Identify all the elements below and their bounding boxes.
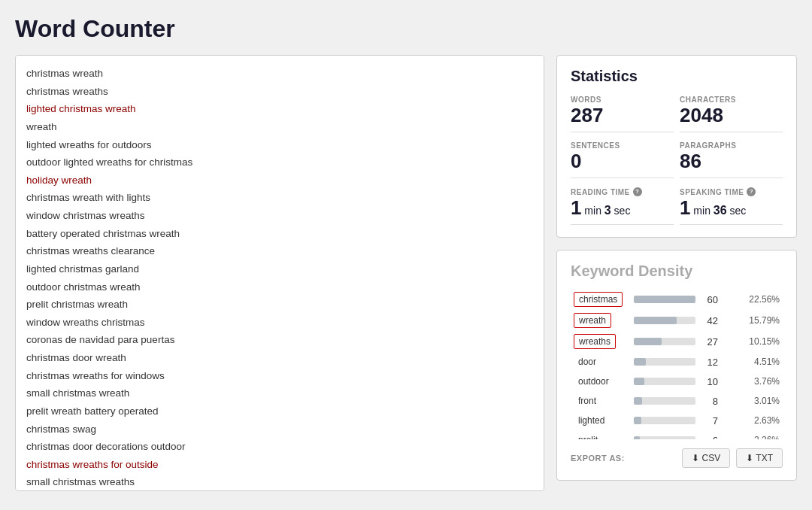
list-item: prelit christmas wreath xyxy=(26,296,533,314)
word-list: christmas wreathchristmas wreathslighted… xyxy=(26,65,533,491)
characters-stat: CHARACTERS 2048 xyxy=(680,96,783,132)
word-list-panel[interactable]: christmas wreathchristmas wreathslighted… xyxy=(15,55,544,491)
speaking-time-label: SPEAKING TIME ? xyxy=(680,187,783,196)
words-label: WORDS xyxy=(571,96,674,104)
density-scroll[interactable]: christmas6022.56%wreath4215.79%wreaths27… xyxy=(571,289,783,439)
export-row: EXPORT AS: ⬇ CSV ⬇ TXT xyxy=(571,448,783,468)
list-item: christmas door wreath xyxy=(26,349,533,367)
list-item: christmas wreaths xyxy=(26,83,533,101)
reading-time-label: READING TIME ? xyxy=(571,187,674,196)
list-item: lighted christmas wreath xyxy=(26,100,533,118)
list-item: small christmas wreath xyxy=(26,384,533,402)
list-item: christmas wreaths for windows xyxy=(26,367,533,385)
list-item: coronas de navidad para puertas xyxy=(26,331,533,349)
density-card: Keyword Density christmas6022.56%wreath4… xyxy=(556,250,797,481)
density-row: door124.51% xyxy=(571,352,783,372)
paragraphs-stat: PARAGRAPHS 86 xyxy=(680,141,783,178)
list-item: window christmas wreaths xyxy=(26,207,533,225)
sentences-label: SENTENCES xyxy=(571,141,674,150)
reading-time-value: 1 min 3 sec xyxy=(571,196,674,220)
list-item: small christmas wreaths xyxy=(26,473,533,491)
list-item: christmas wreath with lights xyxy=(26,189,533,207)
list-item: christmas wreaths for outside xyxy=(26,456,533,474)
speaking-time-info-icon: ? xyxy=(747,187,756,196)
main-layout: christmas wreathchristmas wreathslighted… xyxy=(15,55,797,491)
reading-time-info-icon: ? xyxy=(633,187,642,196)
speaking-time-value: 1 min 36 sec xyxy=(680,196,783,220)
list-item: lighted christmas garland xyxy=(26,260,533,278)
list-item: lighted wreaths for outdoors xyxy=(26,136,533,154)
density-row: outdoor103.76% xyxy=(571,372,783,391)
statistics-title: Statistics xyxy=(571,68,783,85)
paragraphs-label: PARAGRAPHS xyxy=(680,141,783,150)
page-title: Word Counter xyxy=(15,15,797,43)
density-row: prelit62.26% xyxy=(571,430,783,439)
right-panel: Statistics WORDS 287 CHARACTERS 2048 SEN… xyxy=(556,55,797,481)
list-item: christmas wreath xyxy=(26,65,533,83)
characters-value: 2048 xyxy=(680,104,783,127)
stats-grid: WORDS 287 CHARACTERS 2048 SENTENCES 0 PA… xyxy=(571,96,783,225)
list-item: prelit wreath battery operated xyxy=(26,402,533,420)
density-row: lighted72.63% xyxy=(571,411,783,430)
density-title: Keyword Density xyxy=(571,263,783,280)
statistics-card: Statistics WORDS 287 CHARACTERS 2048 SEN… xyxy=(556,55,797,238)
list-item: outdoor lighted wreaths for christmas xyxy=(26,153,533,172)
words-stat: WORDS 287 xyxy=(571,96,674,132)
characters-label: CHARACTERS xyxy=(680,96,783,104)
list-item: outdoor christmas wreath xyxy=(26,278,533,296)
export-txt-button[interactable]: ⬇ TXT xyxy=(736,448,783,468)
words-value: 287 xyxy=(571,104,674,127)
list-item: holiday wreath xyxy=(26,172,533,190)
list-item: window wreaths christmas xyxy=(26,314,533,332)
sentences-value: 0 xyxy=(571,150,674,173)
export-label: EXPORT AS: xyxy=(571,454,676,463)
export-csv-button[interactable]: ⬇ CSV xyxy=(682,448,730,468)
list-item: christmas wreaths clearance xyxy=(26,242,533,260)
list-item: battery operated christmas wreath xyxy=(26,225,533,243)
paragraphs-value: 86 xyxy=(680,150,783,173)
speaking-time-stat: SPEAKING TIME ? 1 min 36 sec xyxy=(680,187,783,225)
reading-time-stat: READING TIME ? 1 min 3 sec xyxy=(571,187,674,225)
sentences-stat: SENTENCES 0 xyxy=(571,141,674,178)
list-item: christmas swag xyxy=(26,420,533,439)
density-row: wreath4215.79% xyxy=(571,310,783,331)
density-row: christmas6022.56% xyxy=(571,289,783,310)
list-item: wreath xyxy=(26,118,533,136)
density-row: front83.01% xyxy=(571,391,783,411)
density-row: wreaths2710.15% xyxy=(571,331,783,352)
density-table: christmas6022.56%wreath4215.79%wreaths27… xyxy=(571,289,783,439)
list-item: christmas door decorations outdoor xyxy=(26,438,533,456)
